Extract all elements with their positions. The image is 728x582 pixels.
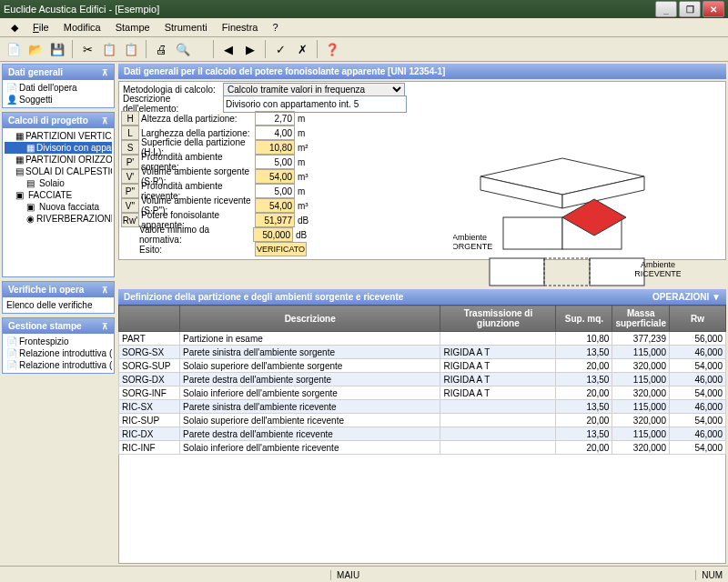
save-icon[interactable]: 💾 <box>47 39 67 59</box>
tree-item[interactable]: ▤SOLAI DI CALPESTIO <box>5 166 112 177</box>
panel-header[interactable]: Calcoli di progetto⊼ <box>3 113 114 128</box>
code-label: S <box>121 140 139 155</box>
tool-left-icon[interactable]: ◀ <box>218 39 238 59</box>
menu-bar: ◆ FFileile Modifica Stampe Strumenti Fin… <box>0 18 728 37</box>
col-header[interactable]: Descrizione <box>180 306 440 332</box>
close-button[interactable]: ✕ <box>703 1 724 17</box>
check-icon[interactable]: ✓ <box>270 39 290 59</box>
table-cell: 13,50 <box>556 400 612 414</box>
help-icon[interactable]: ❓ <box>322 39 342 59</box>
panel-verifiche: Verifiche in opera⊼ Elenco delle verific… <box>2 281 115 314</box>
menu-app-icon[interactable]: ◆ <box>4 20 25 35</box>
metodologia-select[interactable]: Calcolo tramite valori in frequenza <box>223 83 405 96</box>
panel-gestione-stampe: Gestione stampe⊼ 📄Frontespizio 📄Relazion… <box>2 317 115 374</box>
form-value[interactable]: 2,70 <box>255 111 295 125</box>
table-cell: 115,000 <box>612 427 670 441</box>
open-icon[interactable]: 📂 <box>25 39 46 59</box>
col-header[interactable] <box>119 306 180 332</box>
table-row[interactable]: SORG-INFSolaio inferiore dell'ambiente s… <box>119 386 726 400</box>
paste-icon[interactable]: 📋 <box>121 39 141 59</box>
app-title: Euclide Acustica Edifici - [Esempio] <box>4 4 159 15</box>
new-icon[interactable]: 📄 <box>4 39 24 59</box>
col-header[interactable]: Sup. mq. <box>556 306 612 332</box>
table-row[interactable]: SORG-SUPSolaio superiore dell'ambiente s… <box>119 359 726 373</box>
tree-item[interactable]: ▦Divisorio con appartamento <box>5 142 112 154</box>
table-cell: SORG-DX <box>119 373 180 386</box>
sidebar-item-rel-verifiche[interactable]: 📄Relazione introduttiva (verifiche) <box>5 359 112 371</box>
form-value[interactable]: 4,00 <box>255 125 295 140</box>
table-cell: PART <box>119 332 180 346</box>
col-header[interactable]: Massa superficiale <box>612 306 670 332</box>
table-cell <box>440 400 556 414</box>
unit-label: m <box>295 157 311 167</box>
unit-label: m <box>295 186 311 196</box>
table-cell: 377,239 <box>612 332 670 346</box>
table-cell: RIGIDA A T <box>440 359 556 373</box>
chevron-icon: ⊼ <box>102 68 108 77</box>
cut-icon[interactable]: ✂ <box>77 39 97 59</box>
sidebar-item-frontespizio[interactable]: 📄Frontespizio <box>5 336 112 347</box>
menu-stampe[interactable]: Stampe <box>108 20 157 35</box>
table-row[interactable]: RIC-DXParete destra dell'ambiente riceve… <box>119 427 726 441</box>
print-icon[interactable]: 🖨 <box>151 39 171 59</box>
table-cell: 54,000 <box>670 414 726 427</box>
preview-icon[interactable]: 🔍 <box>173 39 193 59</box>
menu-finestra[interactable]: Finestra <box>215 20 266 35</box>
tree-icon: ▤ <box>15 166 24 176</box>
tree-item[interactable]: ▦PARTIZIONI VERTICALI <box>5 130 112 142</box>
cancel-icon[interactable]: ✗ <box>292 39 312 59</box>
table-row[interactable]: SORG-DXParete destra dell'ambiente sorge… <box>119 373 726 386</box>
panel-header[interactable]: Gestione stampe⊼ <box>3 318 114 334</box>
label-esito: Esito: <box>137 245 253 255</box>
minimize-button[interactable]: _ <box>655 1 677 17</box>
code-label: H <box>121 111 139 125</box>
menu-help[interactable]: ? <box>265 20 285 35</box>
tree-item[interactable]: ▦PARTIZIONI ORIZZONTALI <box>5 154 112 166</box>
col-header[interactable]: Rw <box>670 306 726 332</box>
table-cell: Partizione in esame <box>180 332 440 346</box>
tree-item[interactable]: ▣FACCIATE <box>5 189 112 201</box>
table-cell: 46,000 <box>670 373 726 386</box>
panel-header[interactable]: Dati generali⊼ <box>3 65 114 80</box>
table-cell: RIGIDA A T <box>440 386 556 400</box>
descrizione-input[interactable] <box>223 95 407 113</box>
table-cell: 46,000 <box>670 427 726 441</box>
col-header[interactable]: Trasmissione di giunzione <box>440 306 556 332</box>
maximize-button[interactable]: ❐ <box>679 1 701 17</box>
title-bar: Euclide Acustica Edifici - [Esempio] _ ❐… <box>0 0 728 18</box>
sidebar-item-dati-opera[interactable]: 📄Dati dell'opera <box>5 82 112 94</box>
sidebar-item-elenco-verifiche[interactable]: Elenco delle verifiche <box>5 299 112 311</box>
table-row[interactable]: RIC-SXParete sinistra dell'ambiente rice… <box>119 400 726 414</box>
table-cell: Solaio inferiore dell'ambiente ricevente <box>180 441 440 455</box>
table-cell: RIGIDA A T <box>440 373 556 386</box>
menu-strumenti[interactable]: Strumenti <box>157 20 215 35</box>
table-cell: 13,50 <box>556 427 612 441</box>
table-cell <box>440 427 556 441</box>
table-cell: 20,00 <box>556 386 612 400</box>
tree-icon: ▦ <box>15 155 24 165</box>
tool-right-icon[interactable]: ▶ <box>240 39 260 59</box>
tree-item[interactable]: ◉RIVERBERAZIONE (T60) <box>5 213 112 225</box>
table-empty-area <box>118 455 726 564</box>
tree-item[interactable]: ▤Solaio <box>5 177 112 189</box>
panel-dati-generali: Dati generali⊼ 📄Dati dell'opera 👤Soggett… <box>2 64 115 108</box>
menu-modifica[interactable]: Modifica <box>56 20 108 35</box>
form-value[interactable]: 5,00 <box>255 155 295 169</box>
table-row[interactable]: RIC-SUPSolaio superiore dell'ambiente ri… <box>119 414 726 427</box>
copy-icon[interactable]: 📋 <box>99 39 119 59</box>
table-cell: RIC-SX <box>119 400 180 414</box>
panel-header[interactable]: Verifiche in opera⊼ <box>3 282 114 297</box>
tree-item[interactable]: ▣Nuova facciata <box>5 201 112 213</box>
table-row[interactable]: RIC-INFSolaio inferiore dell'ambiente ri… <box>119 441 726 455</box>
form-value[interactable]: 5,00 <box>255 184 295 198</box>
table-row[interactable]: SORG-SXParete sinistra dell'ambiente sor… <box>119 346 726 359</box>
tree-icon: ▦ <box>15 131 24 141</box>
table-cell: 115,000 <box>612 373 670 386</box>
table-cell: 54,000 <box>670 359 726 373</box>
table-cell: Solaio inferiore dell'ambiente sorgente <box>180 386 440 400</box>
table-cell: SORG-SUP <box>119 359 180 373</box>
menu-file[interactable]: FFileile <box>25 20 56 35</box>
sidebar-item-rel-calcoli[interactable]: 📄Relazione introduttiva (calcoli) <box>5 347 112 359</box>
sidebar-item-soggetti[interactable]: 👤Soggetti <box>5 94 112 105</box>
table-row[interactable]: PARTPartizione in esame10,80377,23956,00… <box>119 332 726 346</box>
